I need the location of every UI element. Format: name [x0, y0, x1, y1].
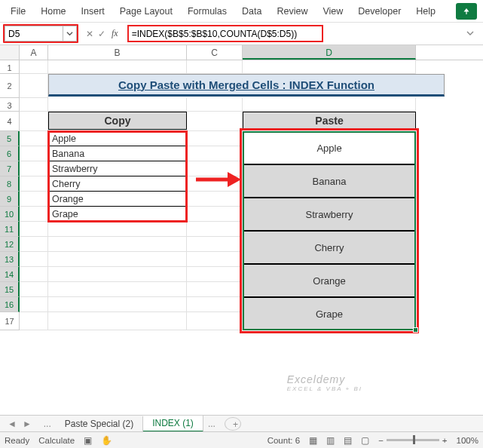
menu-file[interactable]: File [3, 2, 33, 21]
formula-bar-expand[interactable] [460, 29, 480, 39]
page-layout-view-icon[interactable]: ▤ [344, 435, 352, 446]
cell[interactable] [187, 267, 243, 282]
paste-cell[interactable]: Strawberry [243, 198, 416, 231]
cell[interactable] [20, 282, 48, 297]
cell[interactable] [48, 222, 187, 237]
col-header-a[interactable]: A [20, 45, 48, 60]
col-header-d[interactable]: D [243, 45, 416, 60]
menu-review[interactable]: Review [269, 2, 315, 21]
row-header[interactable]: 16 [0, 297, 20, 312]
cell[interactable] [48, 252, 187, 267]
select-all-corner[interactable] [0, 45, 20, 60]
row-header[interactable]: 9 [0, 192, 20, 207]
tab-index[interactable]: INDEX (1) [143, 416, 203, 432]
tab-prev-icon[interactable]: ◄ [8, 419, 17, 429]
macro-record-icon[interactable]: ▣ [84, 435, 92, 446]
cell[interactable] [187, 192, 243, 207]
menu-view[interactable]: View [315, 2, 350, 21]
cell[interactable] [187, 98, 243, 112]
cell[interactable] [20, 252, 48, 267]
paste-header-cell[interactable]: Paste [243, 112, 416, 130]
normal-view-icon[interactable]: ▥ [326, 435, 335, 446]
cell[interactable] [20, 222, 48, 237]
cell[interactable] [187, 312, 243, 330]
cell[interactable] [48, 98, 187, 112]
display-settings-icon[interactable]: ▦ [309, 435, 317, 446]
cell[interactable] [187, 131, 243, 146]
cell[interactable] [187, 207, 243, 222]
cell[interactable] [48, 267, 187, 282]
cell[interactable] [48, 60, 187, 74]
paste-cell[interactable]: Orange [243, 264, 416, 297]
paste-cell[interactable]: Cherry [243, 231, 416, 264]
cell[interactable] [243, 60, 416, 74]
cell[interactable] [48, 282, 187, 297]
zoom-slider[interactable]: − + [378, 436, 447, 445]
row-header[interactable]: 10 [0, 207, 20, 222]
fx-icon[interactable]: fx [110, 28, 120, 39]
menu-help[interactable]: Help [408, 2, 443, 21]
row-header[interactable]: 14 [0, 267, 20, 282]
row-header[interactable]: 6 [0, 146, 20, 161]
copy-cell[interactable]: Orange [48, 192, 187, 207]
row-header[interactable]: 8 [0, 176, 20, 192]
copy-cell[interactable]: Cherry [48, 176, 187, 192]
copy-cell[interactable]: Strawberry [48, 161, 187, 176]
selection-fill-handle[interactable] [413, 327, 418, 333]
row-header[interactable]: 12 [0, 237, 20, 252]
zoom-out-icon[interactable]: − [378, 436, 384, 445]
cell[interactable] [48, 297, 187, 312]
cell[interactable] [187, 146, 243, 161]
name-box[interactable] [5, 26, 63, 41]
row-header[interactable]: 2 [0, 74, 20, 98]
cell[interactable] [20, 60, 48, 74]
row-header[interactable]: 15 [0, 282, 20, 297]
title-cell[interactable]: Copy Paste with Merged Cells : INDEX Fun… [48, 74, 445, 97]
cell[interactable] [187, 252, 243, 267]
cell[interactable] [20, 237, 48, 252]
cell[interactable] [243, 98, 416, 112]
cell[interactable] [187, 237, 243, 252]
tab-more-right[interactable]: ... [203, 416, 220, 431]
cell[interactable] [20, 192, 48, 207]
col-header-c[interactable]: C [187, 45, 243, 60]
menu-page-layout[interactable]: Page Layout [112, 2, 180, 21]
cell[interactable] [20, 146, 48, 161]
row-header[interactable]: 13 [0, 252, 20, 267]
cell[interactable] [187, 297, 243, 312]
row-header[interactable]: 5 [0, 131, 20, 146]
accessibility-icon[interactable]: ✋ [101, 435, 112, 446]
cell[interactable] [20, 297, 48, 312]
cell[interactable] [20, 161, 48, 176]
copy-header-cell[interactable]: Copy [48, 112, 187, 130]
menu-formulas[interactable]: Formulas [180, 2, 234, 21]
name-box-dropdown[interactable] [63, 26, 77, 41]
cell[interactable] [187, 222, 243, 237]
menu-home[interactable]: Home [33, 2, 73, 21]
row-header[interactable]: 3 [0, 98, 20, 112]
row-header[interactable]: 11 [0, 222, 20, 237]
new-sheet-button[interactable]: + [225, 417, 241, 431]
cell[interactable] [187, 60, 243, 74]
menu-developer[interactable]: Developer [350, 2, 408, 21]
copy-cell[interactable]: Banana [48, 146, 187, 161]
cell[interactable] [20, 176, 48, 192]
cell[interactable] [187, 112, 243, 131]
tab-paste-special[interactable]: Paste Special (2) [56, 416, 143, 431]
zoom-level[interactable]: 100% [457, 436, 478, 445]
cell[interactable] [20, 98, 48, 112]
row-header[interactable]: 7 [0, 161, 20, 176]
enter-icon[interactable]: ✓ [98, 29, 105, 39]
menu-data[interactable]: Data [234, 2, 269, 21]
cell[interactable] [20, 312, 48, 330]
share-button[interactable] [456, 3, 477, 20]
copy-cell[interactable]: Grape [48, 207, 187, 222]
cell[interactable] [20, 207, 48, 222]
cell[interactable] [187, 282, 243, 297]
tab-next-icon[interactable]: ► [23, 419, 32, 429]
zoom-in-icon[interactable]: + [442, 436, 448, 445]
cell[interactable] [48, 237, 187, 252]
cell[interactable] [20, 74, 48, 98]
cancel-icon[interactable]: ✕ [86, 29, 93, 39]
row-header[interactable]: 17 [0, 312, 20, 330]
